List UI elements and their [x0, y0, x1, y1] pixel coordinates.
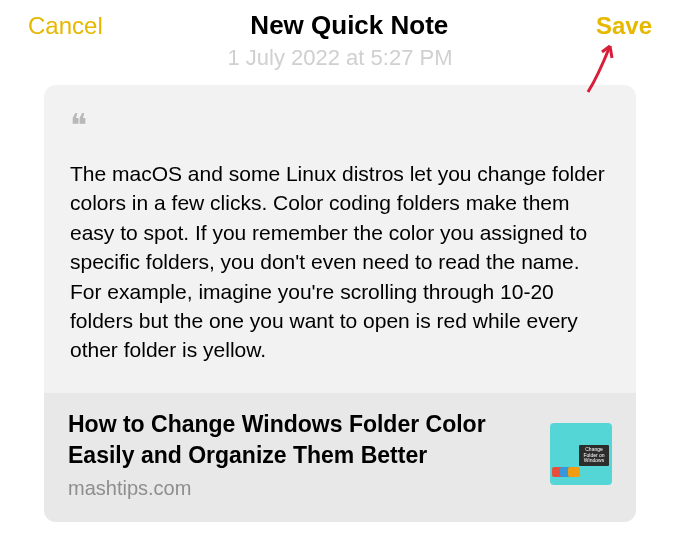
- quote-icon: ❝: [70, 109, 610, 141]
- quote-section: ❝ The macOS and some Linux distros let y…: [44, 85, 636, 393]
- thumb-label: Change Folder on Windows: [579, 445, 609, 466]
- note-card: ❝ The macOS and some Linux distros let y…: [44, 85, 636, 522]
- link-source: mashtips.com: [68, 477, 530, 500]
- link-preview[interactable]: How to Change Windows Folder Color Easil…: [44, 393, 636, 522]
- link-title: How to Change Windows Folder Color Easil…: [68, 409, 530, 471]
- modal-title: New Quick Note: [250, 10, 448, 41]
- cancel-button[interactable]: Cancel: [28, 12, 103, 40]
- link-text-container: How to Change Windows Folder Color Easil…: [68, 409, 530, 500]
- quote-text: The macOS and some Linux distros let you…: [70, 159, 610, 365]
- link-thumbnail: Change Folder on Windows: [550, 423, 612, 485]
- header-bar: Cancel New Quick Note Save: [0, 0, 680, 41]
- note-timestamp: 1 July 2022 at 5:27 PM: [0, 45, 680, 71]
- thumb-folders-icon: [552, 467, 576, 477]
- save-button[interactable]: Save: [596, 12, 652, 40]
